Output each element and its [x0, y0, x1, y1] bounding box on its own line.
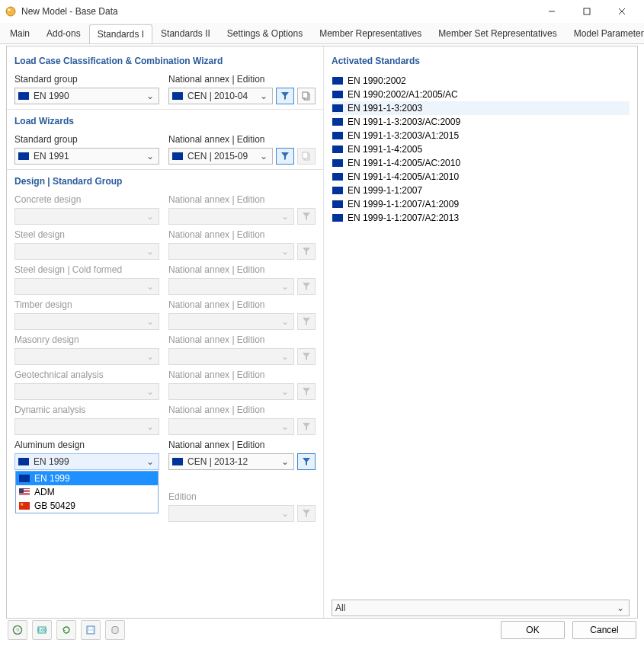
app-icon	[5, 5, 17, 18]
tool-units-button[interactable]: 0,00	[32, 620, 52, 640]
design-filter-button-0	[297, 208, 316, 225]
design-filter-button-5	[297, 383, 316, 400]
chevron-down-icon: ⌄	[280, 211, 290, 222]
loadcase-standard-group-select[interactable]: EN 1990 ⌄	[14, 88, 159, 104]
activated-standard-item[interactable]: EN 1991-1-3:2003/A1:2015	[332, 129, 630, 142]
svg-point-0	[6, 7, 15, 16]
label-design-annex-4: National annex | Edition	[168, 334, 294, 345]
svg-rect-9	[303, 152, 308, 158]
flag-eu-icon	[332, 187, 343, 194]
flag-eu-icon	[172, 92, 183, 100]
chevron-down-icon: ⌄	[280, 421, 290, 432]
activated-standard-item[interactable]: EN 1991-1-4:2005/AC:2010	[332, 156, 630, 170]
label-national-annex-aluminum: National annex | Edition	[168, 440, 294, 450]
maximize-button[interactable]	[569, 0, 604, 23]
label-design-1: Steel design	[14, 229, 159, 240]
aluminum-filter-button[interactable]	[297, 453, 316, 470]
label-design-2: Steel design | Cold formed	[14, 264, 159, 275]
activated-standard-item[interactable]: EN 1990:2002/A1:2005/AC	[332, 88, 630, 101]
activated-standard-item[interactable]: EN 1999-1-1:2007/A2:2013	[332, 211, 630, 225]
tab-settings-options[interactable]: Settings & Options	[219, 24, 311, 43]
aluminum-option-en1999[interactable]: EN 1999	[16, 472, 158, 485]
aluminum-option-gb50429[interactable]: GB 50429	[16, 499, 158, 513]
activated-filter-value: All	[335, 603, 615, 613]
chevron-down-icon: ⌄	[615, 603, 626, 613]
aluminum-annex-select[interactable]: CEN | 2013-12 ⌄	[168, 453, 294, 470]
tab-member-representatives[interactable]: Member Representatives	[311, 24, 430, 43]
chevron-down-icon: ⌄	[145, 211, 155, 222]
loadcase-standard-group-value: EN 1990	[34, 91, 145, 101]
tool-help-button[interactable]: ?	[8, 620, 27, 640]
activated-standard-item[interactable]: EN 1991-1-4:2005	[332, 142, 630, 156]
loadwizards-annex-value: CEN | 2015-09	[187, 151, 258, 162]
design-filter-button-3	[297, 313, 316, 330]
activated-standard-item[interactable]: EN 1991-1-4:2005/A1:2010	[332, 170, 630, 184]
flag-eu-icon	[332, 173, 343, 181]
section-load-wizards-title: Load Wizards	[14, 116, 316, 126]
loadcase-filter-button[interactable]	[276, 88, 294, 104]
design-standard-select-6: ⌄	[14, 418, 159, 435]
flag-eu-icon	[332, 159, 343, 167]
loadcase-annex-select[interactable]: CEN | 2010-04 ⌄	[168, 88, 273, 104]
window-title: New Model - Base Data	[21, 6, 534, 17]
loadwizards-standard-group-select[interactable]: EN 1991 ⌄	[14, 148, 159, 165]
design-annex-select-6: ⌄	[168, 418, 294, 435]
label-design-0: Concrete design	[14, 194, 159, 205]
cancel-button[interactable]: Cancel	[572, 621, 636, 639]
tool-refresh-button[interactable]	[56, 620, 76, 640]
flag-eu-icon	[332, 146, 343, 153]
activated-standards-title: Activated Standards	[332, 56, 630, 66]
ok-button[interactable]: OK	[501, 621, 565, 639]
flag-eu-icon	[18, 458, 29, 465]
flag-eu-icon	[172, 458, 183, 465]
design-standard-select-5: ⌄	[14, 383, 159, 400]
close-button[interactable]	[604, 0, 639, 23]
activated-standard-item[interactable]: EN 1990:2002	[332, 74, 630, 88]
label-design-annex-1: National annex | Edition	[168, 229, 294, 240]
design-annex-select-2: ⌄	[168, 278, 294, 295]
activated-standard-item[interactable]: EN 1991-1-3:2003/AC:2009	[332, 115, 630, 129]
activated-standard-item[interactable]: EN 1999-1-1:2007	[332, 184, 630, 197]
activated-standard-text: EN 1991-1-4:2005	[348, 144, 422, 155]
flag-eu-icon	[172, 152, 183, 160]
option-label: GB 50429	[34, 500, 75, 511]
chevron-down-icon: ⌄	[145, 456, 155, 467]
section-design-title: Design | Standard Group	[14, 176, 316, 187]
chevron-down-icon: ⌄	[145, 421, 155, 432]
tab-member-set-representatives[interactable]: Member Set Representatives	[430, 24, 565, 43]
tab-model-parameters[interactable]: Model Parameters	[566, 24, 644, 43]
tool-database-button[interactable]	[105, 620, 125, 640]
flag-eu-icon	[19, 475, 30, 482]
flag-us-icon	[19, 488, 30, 496]
tab-main[interactable]: Main	[2, 24, 38, 43]
loadcase-copy-button[interactable]	[297, 88, 316, 104]
loadwizards-annex-select[interactable]: CEN | 2015-09 ⌄	[168, 148, 273, 165]
chevron-down-icon: ⌄	[280, 456, 290, 467]
flag-eu-icon	[332, 214, 343, 222]
label-design-annex-0: National annex | Edition	[168, 194, 294, 205]
aluminum-standard-group-select[interactable]: EN 1999 ⌄ EN 1999 ADM GB 50429	[14, 453, 159, 470]
tool-save-button[interactable]	[81, 620, 101, 640]
tab-standards-i[interactable]: Standards I	[89, 24, 152, 43]
activated-standards-list: EN 1990:2002EN 1990:2002/A1:2005/ACEN 19…	[332, 74, 630, 225]
aluminum-option-adm[interactable]: ADM	[16, 485, 158, 499]
activated-standard-text: EN 1991-1-3:2003	[348, 103, 422, 114]
design-filter-button-6	[297, 418, 316, 435]
minimize-button[interactable]	[534, 0, 569, 23]
label-design-5: Geotechnical analysis	[14, 369, 159, 380]
flag-eu-icon	[332, 77, 343, 85]
chevron-down-icon: ⌄	[258, 151, 269, 162]
edition-filter-button	[297, 505, 316, 522]
activated-standard-text: EN 1991-1-4:2005/A1:2010	[348, 171, 459, 182]
chevron-down-icon: ⌄	[145, 91, 155, 101]
design-standard-select-0: ⌄	[14, 208, 159, 225]
loadwizards-filter-button[interactable]	[276, 148, 294, 165]
activated-standard-item[interactable]: EN 1999-1-1:2007/A1:2009	[332, 197, 630, 211]
activated-standard-item[interactable]: EN 1991-1-3:2003	[332, 101, 630, 115]
right-panel: Activated Standards EN 1990:2002EN 1990:…	[323, 46, 637, 618]
svg-rect-15	[88, 631, 93, 633]
label-design-6: Dynamic analysis	[14, 405, 159, 415]
tab-standards-ii[interactable]: Standards II	[152, 24, 219, 43]
design-annex-select-5: ⌄	[168, 383, 294, 400]
tab-addons[interactable]: Add-ons	[38, 24, 89, 43]
